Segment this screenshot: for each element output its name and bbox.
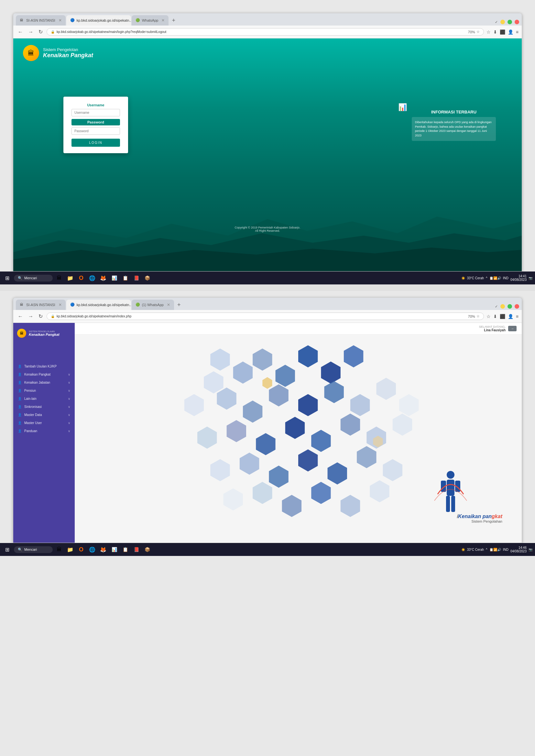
brand-gkat: gkat bbox=[492, 514, 502, 519]
download-icon-2[interactable]: ⬇ bbox=[493, 314, 497, 319]
sidebar-item-panduan[interactable]: 👤 Panduan ∨ bbox=[13, 427, 75, 435]
sidebar-item-mu-left: 👤 Master User bbox=[18, 421, 42, 425]
new-tab-button[interactable]: + bbox=[169, 15, 178, 26]
sidebar-item-sinkronisasi[interactable]: 👤 Sinkronisasi ∨ bbox=[13, 403, 75, 411]
username-input[interactable] bbox=[71, 109, 120, 116]
password-input[interactable] bbox=[71, 127, 120, 135]
back-button-2[interactable]: ← bbox=[16, 313, 24, 320]
tab-whatsapp[interactable]: 🟢 WhatsApp ✕ bbox=[132, 15, 169, 26]
tab-si-asn[interactable]: 🏛 SI-ASN INSTANSI ✕ bbox=[16, 15, 66, 26]
tab-favicon-2: 🔵 bbox=[70, 18, 75, 23]
profile-icon[interactable]: 👤 bbox=[508, 29, 513, 35]
taskbar-time-1: 14:41 04/08/2023 bbox=[510, 274, 526, 282]
chevron-kj: ∨ bbox=[68, 381, 70, 384]
extensions-icon-2[interactable]: ⬛ bbox=[500, 314, 505, 319]
taskbar-sheets-icon[interactable]: 📋 bbox=[121, 273, 130, 283]
sidebar-item-kenaikan-jabatan[interactable]: 👤 Kenaikan Jabatan ∨ bbox=[13, 378, 75, 387]
sidebar-item-pensiun[interactable]: 👤 Pensiun ∨ bbox=[13, 387, 75, 395]
taskbar-pdf-icon[interactable]: 📕 bbox=[132, 273, 141, 283]
sidebar: 🏛 SISTEM PENGELOLAAN Kenaikan Pangkat 👤 … bbox=[13, 323, 75, 543]
minimize-button-2[interactable] bbox=[500, 304, 505, 309]
svg-marker-32 bbox=[328, 462, 347, 484]
bookmark-icon-2[interactable]: ☆ bbox=[487, 314, 491, 319]
brand-overlay: iKenaikan pangkat Sistem Pengolahan bbox=[457, 514, 502, 523]
minimize-button[interactable] bbox=[500, 20, 505, 24]
sidebar-item-tambah[interactable]: 👤 Tambah Usulan KJ/KP bbox=[13, 362, 75, 370]
sidebar-item-lain[interactable]: 👤 Lain-lain ∨ bbox=[13, 395, 75, 403]
search-bar-1[interactable]: 🔍 Mencari bbox=[14, 275, 53, 282]
taskbar2-folder-icon[interactable]: 📁 bbox=[66, 545, 75, 554]
sidebar-item-sinkron-left: 👤 Sinkronisasi bbox=[18, 405, 42, 409]
sidebar-label-kp: Kenaikan Pangkat bbox=[24, 373, 50, 376]
tab2-whatsapp[interactable]: 🟢 (1) WhatsApp ✕ bbox=[132, 300, 174, 310]
search-bar-2[interactable]: 🔍 Mencari bbox=[14, 546, 53, 553]
new-tab-button-2[interactable]: + bbox=[175, 300, 183, 310]
sidebar-item-kp-left: 👤 Kenaikan Pangkat bbox=[18, 373, 50, 376]
tab-kp-bkd[interactable]: 🔵 kp.bkd.sidoarjokab.go.id/sipekatn... ✕ bbox=[66, 15, 131, 26]
start-button-1[interactable]: ⊞ bbox=[3, 274, 12, 283]
menu-icon[interactable]: ≡ bbox=[516, 29, 519, 35]
sidebar-label-panduan: Panduan bbox=[24, 429, 37, 433]
refresh-button[interactable]: ↻ bbox=[37, 28, 44, 36]
svg-marker-23 bbox=[285, 417, 305, 439]
svg-marker-34 bbox=[383, 459, 402, 481]
taskbar-app-icon[interactable]: 📦 bbox=[143, 273, 152, 283]
taskbar2-firefox-icon[interactable]: 🦊 bbox=[99, 545, 108, 554]
taskbar-edge-icon[interactable]: 🌐 bbox=[88, 273, 97, 283]
tab-close-3[interactable]: ✕ bbox=[161, 18, 165, 23]
chevron-sinkron: ∨ bbox=[68, 405, 70, 409]
tab2-favicon-3: 🟢 bbox=[135, 303, 140, 307]
password-label: Password bbox=[71, 119, 120, 125]
taskbar2-o-icon[interactable]: O bbox=[77, 545, 86, 554]
url-bar-1[interactable]: 🔒 kp.bkd.sidoarjokab.go.id/sipekatnew/ma… bbox=[46, 28, 484, 36]
tab2-si-asn[interactable]: 🏛 SI-ASN INSTANSI ✕ bbox=[16, 300, 66, 310]
maximize-button-2[interactable] bbox=[508, 304, 512, 309]
close-button[interactable] bbox=[515, 20, 519, 24]
svg-rect-48 bbox=[451, 496, 455, 512]
taskbar2-files-icon[interactable]: 🏛 bbox=[55, 545, 64, 554]
window-controls-2: ✓ bbox=[495, 304, 519, 310]
info-body: Diberitahukan kepada seluruh OPD yang ad… bbox=[415, 121, 492, 137]
tab2-kp-bkd[interactable]: 🔵 kp.bkd.sidoarjokab.go.id/sipekatn... ✕ bbox=[66, 300, 131, 310]
refresh-button-2[interactable]: ↻ bbox=[37, 312, 44, 320]
download-icon[interactable]: ⬇ bbox=[493, 29, 497, 35]
svg-marker-27 bbox=[393, 414, 412, 436]
star-icon: ☆ bbox=[476, 30, 480, 34]
taskbar2-sheets-icon[interactable]: 📋 bbox=[121, 545, 130, 554]
bookmark-icon[interactable]: ☆ bbox=[487, 29, 491, 35]
svg-point-43 bbox=[447, 471, 455, 479]
taskbar2-pdf-icon[interactable]: 📕 bbox=[132, 545, 141, 554]
tab2-close-3[interactable]: ✕ bbox=[167, 303, 170, 307]
back-button[interactable]: ← bbox=[16, 28, 24, 36]
forward-button[interactable]: → bbox=[27, 28, 35, 36]
start-button-2[interactable]: ⊞ bbox=[3, 545, 12, 554]
logout-button[interactable]: → bbox=[508, 326, 517, 331]
maximize-button[interactable] bbox=[508, 20, 512, 24]
taskbar-files-icon[interactable]: 🏛 bbox=[55, 273, 64, 283]
login-page: 🏛 Sistem Pengelolan Kenaikan Pangkat Use… bbox=[13, 39, 522, 271]
profile-icon-2[interactable]: 👤 bbox=[508, 314, 513, 319]
taskbar2-edge-icon[interactable]: 🌐 bbox=[88, 545, 97, 554]
sidebar-label-kj: Kenaikan Jabatan bbox=[24, 381, 50, 384]
svg-marker-4 bbox=[233, 362, 253, 384]
taskbar-firefox-icon[interactable]: 🦊 bbox=[99, 273, 108, 283]
close-button-2[interactable] bbox=[515, 304, 519, 309]
taskbar-o-icon[interactable]: O bbox=[77, 273, 86, 283]
sidebar-item-master-data[interactable]: 👤 Master Data ∨ bbox=[13, 411, 75, 419]
url-bar-2[interactable]: 🔒 kp.bkd.sidoarjokab.go.id/sipekatnew/ma… bbox=[46, 312, 484, 320]
sidebar-item-master-user[interactable]: 👤 Master User ∨ bbox=[13, 419, 75, 427]
tab2-close-1[interactable]: ✕ bbox=[59, 303, 62, 307]
screen-separator bbox=[0, 284, 535, 291]
taskbar-excel-icon[interactable]: 📊 bbox=[110, 273, 119, 283]
taskbar2-app-icon[interactable]: 📦 bbox=[143, 545, 152, 554]
tab-close-1[interactable]: ✕ bbox=[59, 18, 62, 23]
forward-button-2[interactable]: → bbox=[27, 313, 35, 320]
taskbar-folder-icon[interactable]: 📁 bbox=[66, 273, 75, 283]
login-button[interactable]: LOGIN bbox=[71, 139, 120, 147]
tab-label-2: kp.bkd.sidoarjokab.go.id/sipekatn... bbox=[77, 18, 131, 22]
extensions-icon[interactable]: ⬛ bbox=[500, 29, 505, 35]
svg-marker-29 bbox=[240, 452, 259, 474]
menu-icon-2[interactable]: ≡ bbox=[516, 314, 519, 319]
taskbar2-excel-icon[interactable]: 📊 bbox=[110, 545, 119, 554]
sidebar-item-kenaikan-pangkat[interactable]: 👤 Kenaikan Pangkat ∨ bbox=[13, 370, 75, 378]
